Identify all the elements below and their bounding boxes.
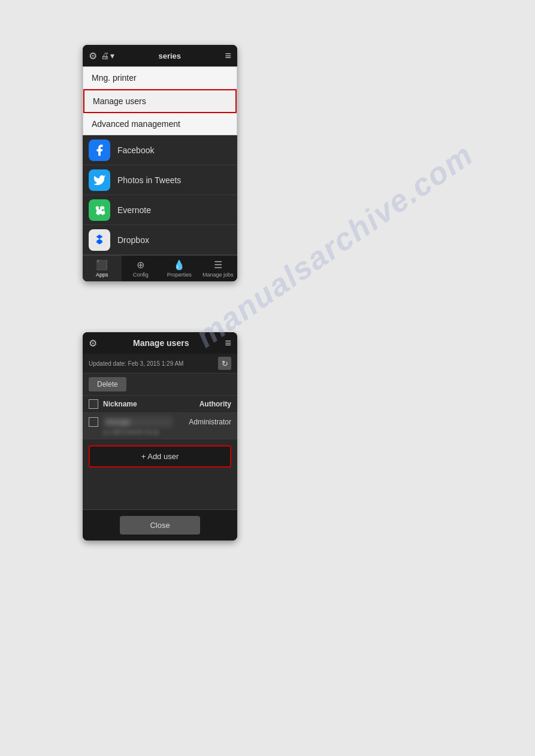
top-bar-1: ⚙ 🖨 ▾ series ≡ bbox=[83, 45, 237, 66]
facebook-icon bbox=[89, 139, 110, 161]
tab-bar: ⬛ Apps ⊕ Config 💧 Properties ☰ Manage jo… bbox=[83, 255, 237, 281]
app-list: Facebook Photos in Tweets Evernote bbox=[83, 135, 237, 255]
app-row-dropbox[interactable]: Dropbox bbox=[83, 225, 237, 255]
bottom-close-bar: Close bbox=[83, 509, 237, 541]
apps-icon: ⬛ bbox=[96, 259, 108, 271]
twitter-icon bbox=[89, 169, 110, 191]
manage-jobs-icon: ☰ bbox=[214, 259, 222, 271]
screenshot1: ⚙ 🖨 ▾ series ≡ Mng. printer Manage users… bbox=[83, 45, 237, 281]
col-nickname-header: Nickname bbox=[103, 400, 173, 408]
gear-icon[interactable]: ⚙ bbox=[89, 50, 97, 62]
app-row-evernote[interactable]: Evernote bbox=[83, 195, 237, 225]
gear-icon-2[interactable]: ⚙ bbox=[89, 338, 97, 349]
update-bar: Updated date: Feb 3, 2015 1:29 AM ↻ bbox=[83, 354, 237, 374]
printer-icon: 🖨 bbox=[101, 51, 109, 60]
properties-icon: 💧 bbox=[173, 259, 185, 271]
dropdown-arrow: ▾ bbox=[110, 51, 114, 60]
hamburger-icon-1[interactable]: ≡ bbox=[225, 50, 231, 62]
add-user-section: + Add user bbox=[83, 439, 237, 473]
app-row-facebook[interactable]: Facebook bbox=[83, 135, 237, 165]
delete-button[interactable]: Delete bbox=[89, 377, 126, 391]
menu-item-manage-users[interactable]: Manage users bbox=[83, 89, 237, 113]
page-wrapper: manualsarchive.com ⚙ 🖨 ▾ series ≡ Mng. p… bbox=[0, 0, 535, 756]
printer-icon-btn[interactable]: 🖨 ▾ bbox=[101, 51, 114, 60]
users-table: Nickname Authority konugo Administrator … bbox=[83, 396, 237, 439]
tab-config[interactable]: ⊕ Config bbox=[122, 256, 161, 281]
evernote-label: Evernote bbox=[117, 205, 151, 215]
table-header: Nickname Authority bbox=[83, 396, 237, 413]
top-bar-2: ⚙ Manage users ≡ bbox=[83, 332, 237, 354]
action-bar: Delete bbox=[83, 374, 237, 396]
add-user-button[interactable]: + Add user bbox=[89, 445, 231, 467]
app-row-twitter[interactable]: Photos in Tweets bbox=[83, 165, 237, 195]
dropbox-icon bbox=[89, 229, 110, 251]
refresh-button[interactable]: ↻ bbox=[218, 357, 231, 370]
user-email: p.j.r@kcoweeb.me.jp bbox=[89, 429, 231, 435]
manage-users-title: Manage users bbox=[133, 338, 189, 348]
dropbox-label: Dropbox bbox=[117, 235, 149, 245]
user-row-top: konugo Administrator bbox=[89, 417, 231, 427]
user-authority: Administrator bbox=[177, 418, 231, 426]
menu-item-advanced-management[interactable]: Advanced management bbox=[83, 113, 237, 135]
evernote-icon bbox=[89, 199, 110, 221]
tab-apps[interactable]: ⬛ Apps bbox=[83, 256, 122, 281]
screenshot2: ⚙ Manage users ≡ Updated date: Feb 3, 20… bbox=[83, 332, 237, 541]
close-button[interactable]: Close bbox=[120, 516, 200, 535]
tab-manage-jobs[interactable]: ☰ Manage jobs bbox=[199, 256, 238, 281]
update-text: Updated date: Feb 3, 2015 1:29 AM bbox=[89, 360, 183, 367]
series-label: series bbox=[158, 51, 181, 60]
select-all-checkbox[interactable] bbox=[89, 399, 98, 409]
col-authority-header: Authority bbox=[177, 400, 231, 408]
tab-properties-label: Properties bbox=[167, 272, 192, 278]
top-bar-left: ⚙ 🖨 ▾ bbox=[89, 50, 114, 62]
tab-config-label: Config bbox=[133, 272, 149, 278]
hamburger-icon-2[interactable]: ≡ bbox=[225, 337, 231, 350]
tab-apps-label: Apps bbox=[96, 272, 108, 278]
user-nickname: konugo bbox=[103, 417, 173, 427]
facebook-label: Facebook bbox=[117, 145, 154, 155]
twitter-label: Photos in Tweets bbox=[117, 175, 181, 185]
tab-manage-jobs-label: Manage jobs bbox=[202, 272, 234, 278]
spacer-area bbox=[83, 473, 237, 509]
tab-properties[interactable]: 💧 Properties bbox=[160, 256, 199, 281]
config-icon: ⊕ bbox=[137, 259, 144, 271]
user-checkbox[interactable] bbox=[89, 417, 98, 427]
dropdown-menu: Mng. printer Manage users Advanced manag… bbox=[83, 66, 237, 135]
user-row[interactable]: konugo Administrator p.j.r@kcoweeb.me.jp bbox=[83, 413, 237, 439]
menu-item-mng-printer[interactable]: Mng. printer bbox=[83, 67, 237, 89]
